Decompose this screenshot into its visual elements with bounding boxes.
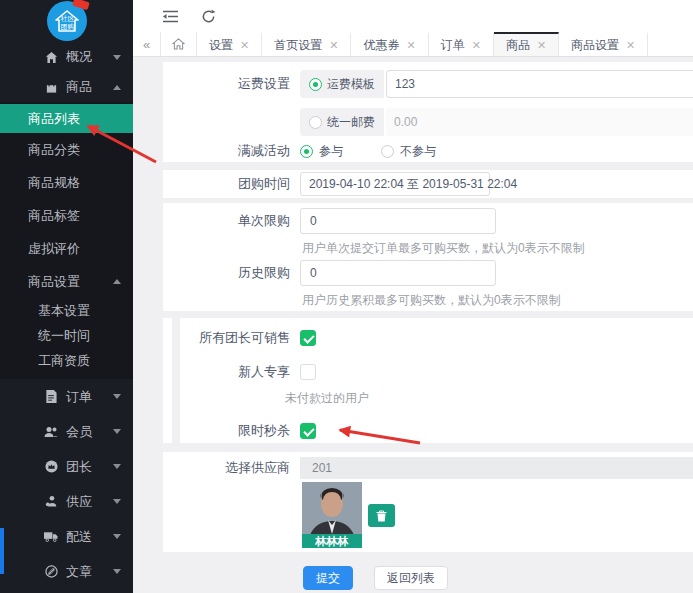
home-icon: [44, 50, 58, 64]
newcomer-checkbox[interactable]: [300, 364, 316, 380]
back-to-list-button[interactable]: 返回列表: [374, 566, 448, 590]
single-limit-helper: 用户单次提交订单最多可购买数，默认为0表示不限制: [302, 240, 585, 257]
promo-not-join-option[interactable]: 不参与: [381, 143, 436, 160]
close-icon[interactable]: ✕: [329, 40, 338, 51]
home-tab[interactable]: [161, 32, 197, 56]
logo-text: 社区团购: [60, 15, 76, 31]
shipping-flat-option: 统一邮费: [300, 108, 384, 136]
chevron-down-icon: [113, 569, 121, 574]
tab-label: 商品: [506, 37, 530, 54]
tab-homepage-settings[interactable]: 首页设置 ✕: [262, 32, 351, 56]
flash-sale-checkbox[interactable]: [300, 423, 316, 439]
sidebar: 社区团购 概况 商品 商品列表 商品分类: [0, 0, 133, 593]
sidebar-item-label: 商品列表: [28, 110, 80, 128]
delete-supplier-button[interactable]: [368, 504, 395, 527]
shipping-template-input[interactable]: 123: [386, 70, 693, 98]
sidebar-item-basic-settings[interactable]: 基本设置: [0, 298, 133, 323]
blue-edge-strip: [0, 528, 4, 574]
field-label: 单次限购: [163, 212, 290, 230]
sidebar-item-label: 商品标签: [28, 207, 80, 225]
close-icon[interactable]: ✕: [472, 40, 481, 51]
tab-goods-settings[interactable]: 商品设置 ✕: [559, 32, 648, 56]
tab-goods[interactable]: 商品 ✕: [494, 32, 559, 56]
close-icon[interactable]: ✕: [626, 40, 635, 51]
field-label: 历史限购: [163, 264, 290, 282]
all-leaders-checkbox[interactable]: [300, 330, 316, 346]
form-actions: 提交 返回列表: [303, 566, 448, 590]
tabbar: « 设置 ✕ 首页设置 ✕ 优惠券 ✕ 订单 ✕ 商品 ✕: [133, 32, 693, 57]
chevron-up-icon: [113, 85, 121, 90]
sidebar-item-orders[interactable]: 订单: [0, 379, 133, 414]
single-limit-input[interactable]: 0: [300, 208, 496, 234]
chevron-down-icon: [113, 499, 121, 504]
sidebar-item-goods-category[interactable]: 商品分类: [0, 133, 133, 166]
radio-label: 参与: [319, 143, 343, 160]
shipping-template-radio[interactable]: [309, 78, 322, 91]
goods-bag-icon: [44, 80, 58, 94]
chevron-down-icon: [113, 534, 121, 539]
sidebar-item-members[interactable]: 会员: [0, 414, 133, 449]
trash-icon: [376, 510, 387, 522]
submit-button[interactable]: 提交: [303, 566, 353, 590]
logo[interactable]: 社区团购: [0, 0, 133, 42]
goods-submenu: 商品列表 商品分类 商品规格 商品标签 虚拟评价 商品设置 基本设置 统一: [0, 102, 133, 379]
sidebar-item-label: 商品规格: [28, 174, 80, 192]
sidebar-item-delivery[interactable]: 配送: [0, 519, 133, 554]
sidebar-item-leaders[interactable]: 团长: [0, 449, 133, 484]
close-icon[interactable]: ✕: [406, 40, 415, 51]
sidebar-item-articles[interactable]: 文章: [0, 554, 133, 589]
field-label: 新人专享: [163, 363, 290, 381]
form-content: 运费设置 运费模板 123 统一邮费: [133, 57, 693, 593]
truck-icon: [44, 530, 58, 544]
leaders-icon: [44, 460, 58, 474]
sidebar-item-goods-spec[interactable]: 商品规格: [0, 166, 133, 199]
newcomer-helper: 未付款过的用户: [285, 390, 369, 407]
field-label: 选择供应商: [163, 459, 290, 477]
promo-join-radio[interactable]: [300, 145, 313, 158]
history-limit-input[interactable]: 0: [300, 260, 496, 286]
refresh-icon[interactable]: [199, 7, 217, 25]
sidebar-item-goods-settings[interactable]: 商品设置: [0, 265, 133, 298]
supplier-name-badge: 林林林: [302, 534, 362, 548]
tab-label: 设置: [209, 37, 233, 54]
field-label: 满减活动: [163, 142, 290, 160]
sidebar-item-business-license[interactable]: 工商资质: [0, 348, 133, 373]
field-label: 所有团长可销售: [163, 329, 290, 347]
supplier-photo: 林林林: [302, 482, 362, 548]
shipping-flat-input[interactable]: 0.00: [386, 108, 693, 136]
promo-join-option[interactable]: 参与: [300, 143, 343, 160]
sidebar-item-supply[interactable]: 供应: [0, 484, 133, 519]
collapse-sidebar-icon[interactable]: [161, 7, 179, 25]
articles-icon: [44, 565, 58, 579]
shipping-flat-radio[interactable]: [309, 116, 322, 129]
close-icon[interactable]: ✕: [240, 40, 249, 51]
radio-label: 统一邮费: [327, 114, 375, 131]
tab-coupons[interactable]: 优惠券 ✕: [351, 32, 428, 56]
group-time-range-input[interactable]: 2019-04-10 22:04 至 2019-05-31 22:04: [300, 172, 490, 196]
shipping-panel: 运费设置 运费模板 123 统一邮费: [163, 62, 693, 162]
topbar: [133, 0, 693, 32]
sidebar-item-goods[interactable]: 商品: [0, 72, 133, 102]
sidebar-item-unified-time[interactable]: 统一时间: [0, 323, 133, 348]
chevron-up-icon: [113, 279, 121, 284]
group-time-panel: 团购时间 2019-04-10 22:04 至 2019-05-31 22:04: [163, 170, 693, 198]
orders-icon: [44, 390, 58, 404]
sidebar-item-goods-list[interactable]: 商品列表: [0, 104, 133, 133]
chevron-down-icon: [113, 394, 121, 399]
date-range-value: 2019-04-10 22:04 至 2019-05-31 22:04: [309, 176, 517, 193]
promo-not-join-radio[interactable]: [381, 145, 394, 158]
tab-orders[interactable]: 订单 ✕: [429, 32, 494, 56]
tab-settings[interactable]: 设置 ✕: [197, 32, 262, 56]
close-icon[interactable]: ✕: [537, 40, 546, 51]
supply-icon: [44, 495, 58, 509]
field-label: 运费设置: [163, 75, 290, 93]
limits-panel: 单次限购 0 用户单次提交订单最多可购买数，默认为0表示不限制 历史限购 0 用…: [163, 203, 693, 311]
sidebar-item-goods-tag[interactable]: 商品标签: [0, 199, 133, 232]
admin-app: 社区团购 概况 商品 商品列表 商品分类: [0, 0, 693, 593]
tab-label: 商品设置: [571, 37, 619, 54]
sidebar-item-overview[interactable]: 概况: [0, 42, 133, 72]
field-label: 团购时间: [163, 175, 290, 193]
sidebar-item-virtual-review[interactable]: 虚拟评价: [0, 232, 133, 265]
chevron-down-icon: [113, 429, 121, 434]
scroll-tabs-left-icon[interactable]: «: [133, 32, 161, 56]
